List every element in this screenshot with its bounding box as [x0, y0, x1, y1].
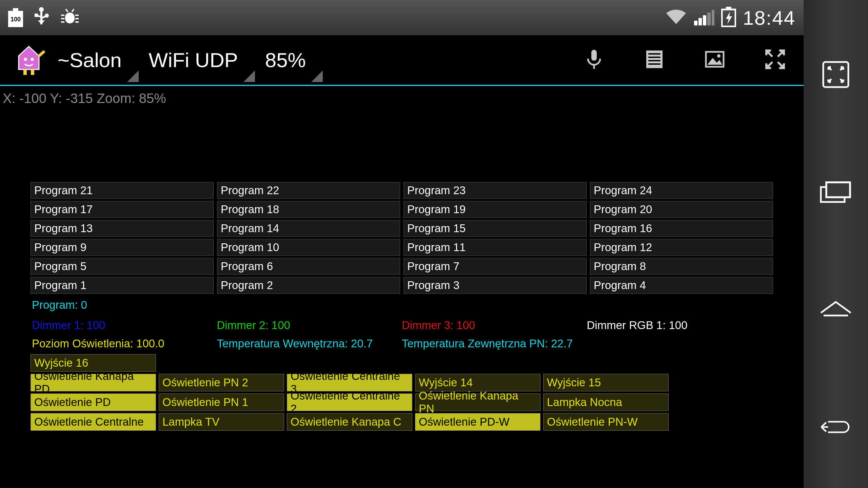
battery-charging-icon [721, 7, 736, 28]
back-icon[interactable] [819, 413, 853, 441]
android-nav-bar [804, 0, 868, 488]
program-button[interactable]: Program 12 [590, 239, 773, 256]
program-button[interactable]: Program 14 [217, 220, 400, 237]
microphone-icon[interactable] [583, 48, 606, 72]
program-button[interactable]: Program 22 [217, 182, 400, 199]
svg-rect-4 [65, 13, 75, 23]
dimmer-row: Dimmer 1: 100 Dimmer 2: 100 Dimmer 3: 10… [31, 316, 773, 334]
coordinates-readout: X: -100 Y: -315 Zoom: 85% [0, 86, 804, 111]
signal-icon [694, 8, 714, 27]
program-button[interactable]: Program 10 [217, 239, 400, 256]
svg-rect-11 [694, 21, 697, 25]
svg-rect-14 [707, 13, 711, 25]
output-button[interactable]: Oświetlenie PN 1 [159, 393, 284, 411]
android-status-bar: 100 18:44 [0, 0, 804, 35]
app-toolbar: ~Salon WiFi UDP 85% [0, 35, 804, 86]
svg-rect-22 [591, 50, 597, 61]
temp-indoor: Temperatura Wewnętrzna: 20.7 [217, 337, 402, 350]
android-debug-icon [60, 8, 80, 27]
svg-rect-24 [646, 50, 663, 68]
output-button[interactable]: Wyjście 14 [415, 374, 540, 391]
program-button[interactable]: Program 8 [590, 258, 773, 275]
svg-rect-33 [826, 182, 850, 197]
svg-rect-21 [31, 69, 34, 75]
program-button[interactable]: Program 2 [217, 277, 400, 294]
recent-apps-icon[interactable] [819, 179, 853, 206]
program-button[interactable]: Program 15 [403, 220, 587, 237]
svg-point-19 [31, 58, 34, 61]
output-button[interactable]: Oświetlenie PN 2 [159, 374, 284, 391]
program-button[interactable]: Program 13 [31, 220, 214, 237]
output-button[interactable]: Lampka Nocna [543, 393, 669, 411]
usb-icon [34, 7, 49, 28]
svg-point-30 [717, 54, 721, 58]
program-button[interactable]: Program 19 [403, 201, 587, 218]
output-button[interactable]: Oświetlenie Kanapa PD [31, 374, 156, 391]
program-button[interactable]: Program 6 [217, 258, 400, 275]
program-button[interactable]: Program 18 [217, 201, 400, 218]
program-button[interactable]: Program 1 [31, 277, 214, 294]
output-button[interactable]: Lampka TV [159, 413, 284, 431]
room-label: ~Salon [58, 48, 122, 72]
output-button[interactable]: Oświetlenie Centralne 3 [287, 374, 412, 391]
program-grid: Program 21Program 22Program 23Program 24… [31, 182, 773, 294]
dimmer-1: Dimmer 1: 100 [32, 319, 217, 332]
wifi-icon [665, 8, 687, 27]
dimmer-rgb: Dimmer RGB 1: 100 [587, 319, 772, 332]
app-logo-icon[interactable] [10, 41, 47, 79]
program-button[interactable]: Program 4 [590, 277, 773, 294]
program-button[interactable]: Program 11 [403, 239, 587, 256]
connection-label: WiFi UDP [149, 48, 238, 72]
collapse-icon[interactable] [819, 61, 853, 88]
dimmer-3: Dimmer 3: 100 [402, 319, 587, 332]
program-button[interactable]: Program 20 [590, 201, 773, 218]
svg-rect-13 [703, 15, 706, 25]
output-button[interactable]: Oświetlenie Kanapa PN [415, 393, 540, 411]
output-button[interactable]: Oświetlenie PN-W [543, 413, 669, 431]
output-row-single: Wyjście 16 [31, 354, 773, 372]
clock: 18:44 [743, 6, 795, 29]
program-button[interactable]: Program 17 [31, 201, 214, 218]
program-button[interactable]: Program 5 [31, 258, 214, 275]
output-button[interactable]: Oświetlenie Kanapa C [287, 413, 412, 431]
temp-outdoor: Temperatura Zewnętrzna PN: 22.7 [402, 337, 587, 350]
list-icon[interactable] [643, 48, 666, 72]
svg-rect-12 [698, 18, 702, 25]
sensor-row: Poziom Oświetlenia: 100.0 Temperatura We… [31, 334, 773, 353]
output-button[interactable]: Wyjście 15 [543, 374, 669, 391]
svg-rect-31 [823, 62, 848, 87]
image-icon[interactable] [703, 48, 726, 72]
battery-full-icon: 100 [8, 8, 23, 27]
program-button[interactable]: Program 21 [31, 182, 214, 199]
output-button[interactable]: Oświetlenie PD [31, 393, 156, 411]
home-icon[interactable] [819, 296, 853, 323]
svg-rect-20 [23, 69, 27, 75]
program-button[interactable]: Program 7 [403, 258, 587, 275]
svg-rect-15 [712, 10, 714, 25]
zoom-spinner[interactable]: 85% [255, 38, 323, 82]
zoom-label: 85% [265, 48, 306, 72]
svg-point-18 [24, 58, 27, 61]
program-button[interactable]: Program 23 [403, 182, 587, 199]
program-button[interactable]: Program 24 [590, 182, 773, 199]
output-grid: Oświetlenie Kanapa PDOświetlenie PN 2Ośw… [31, 374, 773, 431]
light-level: Poziom Oświetlenia: 100.0 [32, 337, 217, 350]
output-button[interactable]: Oświetlenie PD-W [415, 413, 540, 431]
room-spinner[interactable]: ~Salon [47, 38, 139, 82]
output-button[interactable]: Wyjście 16 [31, 354, 156, 372]
battery-level-text: 100 [8, 16, 23, 23]
control-canvas[interactable]: Program 21Program 22Program 23Program 24… [0, 182, 804, 431]
program-button[interactable]: Program 16 [590, 220, 773, 237]
fullscreen-icon[interactable] [764, 48, 787, 72]
output-button[interactable]: Oświetlenie Centralne [31, 413, 156, 431]
output-button[interactable]: Oświetlenie Centralne 2 [287, 393, 412, 411]
program-status: Program: 0 [31, 294, 773, 316]
program-button[interactable]: Program 9 [31, 239, 214, 256]
connection-spinner[interactable]: WiFi UDP [139, 38, 255, 82]
program-button[interactable]: Program 3 [403, 277, 587, 294]
dimmer-2: Dimmer 2: 100 [217, 319, 402, 332]
